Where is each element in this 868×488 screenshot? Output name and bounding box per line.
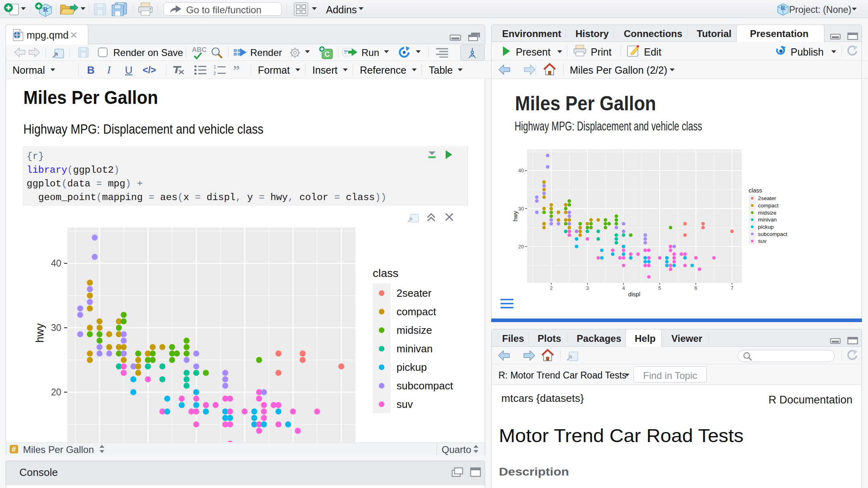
svg-text:ABC: ABC — [192, 46, 207, 54]
svg-text:2: 2 — [214, 71, 216, 76]
svg-text:7: 7 — [731, 285, 733, 291]
svg-text:R: R — [43, 6, 48, 13]
svg-text:class: class — [749, 187, 762, 194]
svg-text:suv: suv — [758, 238, 766, 244]
svg-text:2: 2 — [550, 285, 553, 291]
svg-text:3: 3 — [586, 285, 589, 291]
svg-text:displ: displ — [628, 291, 640, 298]
svg-text:subcompact: subcompact — [758, 231, 787, 237]
svg-text:40: 40 — [518, 168, 524, 174]
svg-text:R: R — [781, 4, 785, 11]
svg-text:4: 4 — [622, 285, 625, 291]
svg-text:midsize: midsize — [758, 210, 777, 216]
svg-text:C: C — [325, 50, 330, 58]
svg-text:5: 5 — [658, 285, 661, 291]
svg-text:20: 20 — [518, 244, 524, 250]
svg-text:minivan: minivan — [758, 217, 777, 223]
svg-text:6: 6 — [694, 285, 697, 291]
svg-text:compact: compact — [758, 203, 779, 209]
svg-text:2seater: 2seater — [758, 195, 777, 201]
svg-text:1: 1 — [214, 64, 216, 69]
svg-text:pickup: pickup — [758, 224, 774, 230]
svg-text:hwy: hwy — [512, 211, 519, 221]
svg-text:30: 30 — [518, 206, 524, 212]
